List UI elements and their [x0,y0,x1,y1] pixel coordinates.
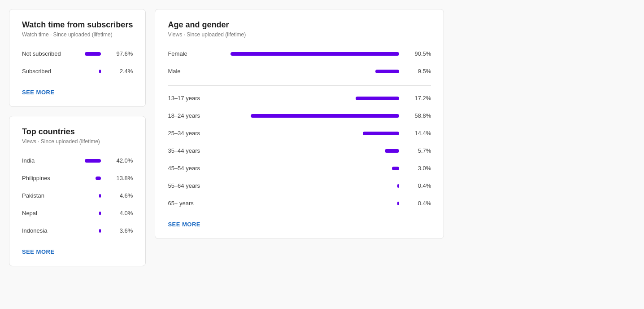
age-45-54-label: 45–54 years [168,165,231,172]
subscribed-value: 2.4% [108,68,133,75]
age-45-54-bar [392,167,400,170]
top-countries-subtitle: Views · Since uploaded (lifetime) [22,138,133,145]
age-65-plus-bar [397,202,399,205]
watch-time-see-more[interactable]: SEE MORE [22,89,55,96]
age-45-54-row: 45–54 years 3.0% [168,165,431,172]
nepal-label: Nepal [22,210,85,216]
female-bar [231,52,399,56]
male-value: 9.5% [406,68,431,75]
age-18-24-row: 18–24 years 58.8% [168,112,431,119]
age-55-64-value: 0.4% [406,182,431,189]
age-25-34-row: 25–34 years 14.4% [168,130,431,137]
indonesia-bar-container [85,229,101,233]
age-35-44-label: 35–44 years [168,147,231,154]
pakistan-bar-container [85,194,101,198]
age-13-17-bar [356,97,399,100]
left-column: Watch time from subscribers Watch time ·… [9,9,146,266]
pakistan-row: Pakistan 4.6% [22,192,133,199]
not-subscribed-value: 97.6% [108,50,133,57]
age-25-34-label: 25–34 years [168,130,231,137]
age-65-plus-bar-container [231,202,399,205]
age-13-17-label: 13–17 years [168,95,231,102]
female-bar-container [231,52,399,56]
india-value: 42.0% [108,157,133,164]
india-row: India 42.0% [22,157,133,164]
top-countries-title: Top countries [22,127,133,137]
not-subscribed-bar-container [85,52,101,56]
dashboard: Watch time from subscribers Watch time ·… [9,9,635,266]
indonesia-value: 3.6% [108,227,133,234]
not-subscribed-bar [85,52,101,56]
philippines-row: Philippines 13.8% [22,175,133,181]
age-55-64-bar [397,184,399,188]
nepal-value: 4.0% [108,210,133,216]
indonesia-label: Indonesia [22,227,85,234]
right-column: Age and gender Views · Since uploaded (l… [155,9,444,266]
india-label: India [22,157,85,164]
subscribed-label: Subscribed [22,68,85,75]
pakistan-bar [99,194,101,198]
age-gender-subtitle: Views · Since uploaded (lifetime) [168,31,431,38]
not-subscribed-row: Not subscribed 97.6% [22,50,133,57]
age-gender-card: Age and gender Views · Since uploaded (l… [155,9,444,239]
india-bar [85,159,101,163]
philippines-bar [96,177,101,180]
male-bar [375,70,400,73]
indonesia-bar [99,229,101,233]
age-35-44-value: 5.7% [406,147,431,154]
age-18-24-value: 58.8% [406,112,431,119]
age-45-54-bar-container [231,167,399,170]
age-gender-see-more[interactable]: SEE MORE [168,221,200,228]
age-55-64-row: 55–64 years 0.4% [168,182,431,189]
age-55-64-label: 55–64 years [168,182,231,189]
age-35-44-row: 35–44 years 5.7% [168,147,431,154]
age-25-34-bar-container [231,132,399,135]
pakistan-value: 4.6% [108,192,133,199]
subscribed-bar-container [85,70,101,73]
gender-age-divider [168,85,431,86]
watch-time-title: Watch time from subscribers [22,20,133,30]
female-row: Female 90.5% [168,50,431,57]
watch-time-subtitle: Watch time · Since uploaded (lifetime) [22,31,133,38]
age-gender-title: Age and gender [168,20,431,30]
indonesia-row: Indonesia 3.6% [22,227,133,234]
age-25-34-value: 14.4% [406,130,431,137]
age-25-34-bar [363,132,399,135]
not-subscribed-label: Not subscribed [22,50,85,57]
subscribed-bar [99,70,101,73]
male-bar-container [231,70,399,73]
male-label: Male [168,68,231,75]
age-13-17-row: 13–17 years 17.2% [168,95,431,102]
age-35-44-bar-container [231,149,399,153]
age-13-17-bar-container [231,97,399,100]
philippines-value: 13.8% [108,175,133,181]
nepal-row: Nepal 4.0% [22,210,133,216]
watch-time-card: Watch time from subscribers Watch time ·… [9,9,146,107]
nepal-bar-container [85,212,101,215]
age-18-24-bar-container [231,114,399,118]
age-13-17-value: 17.2% [406,95,431,102]
age-35-44-bar [385,149,399,153]
top-countries-card: Top countries Views · Since uploaded (li… [9,116,146,266]
female-label: Female [168,50,231,57]
age-65-plus-value: 0.4% [406,200,431,207]
nepal-bar [99,212,101,215]
age-65-plus-row: 65+ years 0.4% [168,200,431,207]
top-countries-see-more[interactable]: SEE MORE [22,248,55,255]
female-value: 90.5% [406,50,431,57]
philippines-label: Philippines [22,175,85,181]
age-18-24-bar [251,114,400,118]
age-65-plus-label: 65+ years [168,200,231,207]
philippines-bar-container [85,177,101,180]
pakistan-label: Pakistan [22,192,85,199]
age-18-24-label: 18–24 years [168,112,231,119]
subscribed-row: Subscribed 2.4% [22,68,133,75]
india-bar-container [85,159,101,163]
male-row: Male 9.5% [168,68,431,75]
age-55-64-bar-container [231,184,399,188]
age-45-54-value: 3.0% [406,165,431,172]
